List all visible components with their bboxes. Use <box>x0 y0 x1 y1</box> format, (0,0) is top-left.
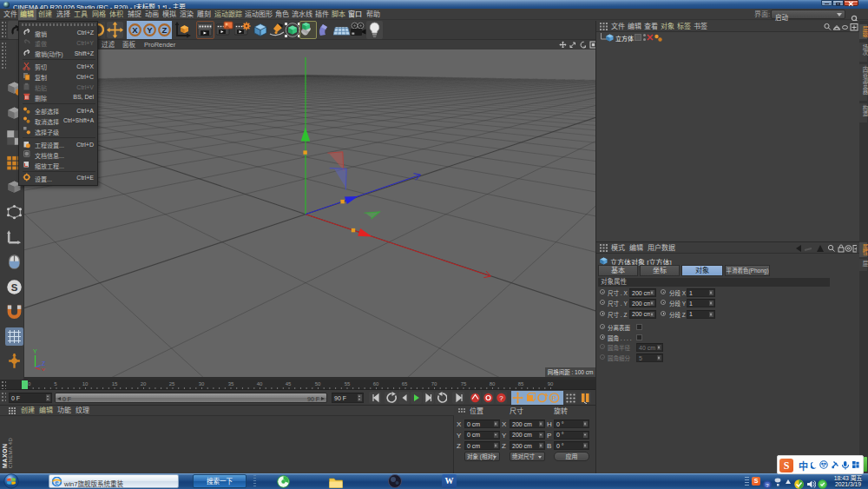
svg-text:?: ? <box>499 394 503 402</box>
svg-text:P: P <box>552 394 556 402</box>
svg-text:Y: Y <box>147 25 153 35</box>
svg-text:S: S <box>11 282 18 293</box>
svg-text:Y: Y <box>33 348 37 354</box>
svg-text:Z: Z <box>162 25 168 35</box>
svg-text:Z: Z <box>42 360 46 367</box>
svg-text:X: X <box>42 367 46 371</box>
svg-text:e: e <box>55 479 59 486</box>
svg-text:X: X <box>132 25 138 35</box>
